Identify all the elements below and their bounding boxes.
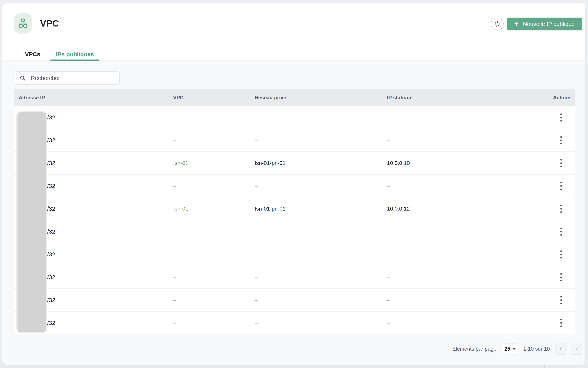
prev-page-button[interactable] (555, 343, 567, 355)
cell-vpc: – (173, 137, 255, 143)
cell-reseau-prive: – (255, 274, 387, 280)
vpc-product-icon (14, 13, 32, 34)
private-network-value: fsn-01-pn-01 (255, 206, 286, 212)
chevron-left-icon (559, 347, 563, 351)
cell-vpc: – (173, 297, 255, 303)
cell-vpc: – (173, 229, 255, 235)
vpc-value: – (173, 183, 176, 189)
redacted-ip-overlay (16, 111, 47, 333)
cell-reseau-prive: fsn-01-pn-01 (255, 206, 387, 212)
cell-ip-statique: – (387, 137, 547, 143)
cell-reseau-prive: – (255, 114, 387, 120)
table-header-row: Adresse IP VPC Réseau privé IP statique … (14, 89, 575, 106)
items-per-page-label: Eléments par page (452, 346, 497, 352)
kebab-menu-icon[interactable] (556, 156, 566, 170)
column-header-ip-statique: IP statique (387, 95, 547, 101)
table-row: /32 – – – (14, 220, 575, 243)
ip-mask: /32 (47, 297, 55, 303)
static-ip-value: – (387, 274, 390, 280)
cell-ip-statique: – (387, 114, 547, 120)
cell-vpc: – (173, 251, 255, 258)
kebab-menu-icon[interactable] (556, 111, 566, 124)
vpc-card: VPC + Nouvelle IP publique VPCs IPs publ… (2, 3, 585, 365)
kebab-menu-icon[interactable] (556, 225, 566, 239)
ip-mask: /32 (47, 137, 55, 143)
private-network-value: – (255, 274, 258, 280)
column-header-actions: Actions (553, 95, 575, 101)
kebab-menu-icon[interactable] (556, 133, 566, 147)
cell-reseau-prive: – (255, 251, 387, 258)
new-public-ip-button-label: Nouvelle IP publique (523, 21, 575, 27)
kebab-menu-icon[interactable] (556, 248, 566, 261)
kebab-menu-icon[interactable] (556, 202, 566, 216)
cell-ip-statique: – (387, 297, 547, 303)
table-row: /32 – – – (14, 175, 575, 197)
cell-vpc: – (173, 183, 255, 189)
vpc-value: – (173, 137, 176, 143)
chevron-right-icon (574, 347, 579, 351)
cell-ip-statique: – (387, 183, 547, 189)
cell-vpc: fsn-01 (173, 206, 255, 212)
cell-actions (547, 179, 575, 193)
new-public-ip-button[interactable]: + Nouvelle IP publique (507, 18, 582, 30)
cell-actions (547, 133, 575, 147)
static-ip-value: – (387, 137, 390, 143)
background-divider (480, 365, 480, 368)
vpc-value: – (173, 229, 176, 235)
cell-reseau-prive: – (255, 297, 387, 303)
table-row: /32 – – – (14, 266, 575, 289)
search-input[interactable] (30, 75, 116, 82)
private-network-value: – (255, 183, 258, 189)
pagination-range: 1-10 sur 10 (523, 346, 550, 352)
ip-mask: /32 (47, 160, 55, 166)
cell-actions (547, 202, 575, 216)
cell-reseau-prive: – (255, 137, 387, 143)
kebab-menu-icon[interactable] (556, 293, 566, 307)
kebab-menu-icon[interactable] (556, 179, 566, 193)
tab-vpcs[interactable]: VPCs (19, 48, 46, 61)
vpc-value: – (173, 297, 176, 303)
static-ip-value: – (387, 297, 390, 303)
ip-mask: /32 (47, 183, 55, 189)
background-divider (513, 365, 513, 368)
column-header-reseau-prive: Réseau privé (255, 95, 387, 101)
background-content-strip (0, 365, 588, 368)
cell-actions (547, 316, 575, 330)
kebab-menu-icon[interactable] (556, 316, 566, 330)
active-tab-underline (50, 60, 99, 61)
table-row: /32 fsn-01 fsn-01-pn-01 10.0.0.10 (14, 152, 575, 175)
refresh-button[interactable] (491, 18, 504, 30)
cell-reseau-prive: – (255, 320, 387, 326)
column-header-adresse-ip: Adresse IP (14, 95, 173, 101)
page-title: VPC (40, 18, 59, 29)
header-left: VPC (14, 13, 59, 34)
table-row: /32 – – – (14, 106, 575, 129)
ip-mask: /32 (47, 114, 55, 120)
tab-ips-publiques[interactable]: IPs publiques (50, 48, 99, 61)
private-network-value: – (255, 251, 258, 257)
refresh-icon (494, 20, 501, 28)
vpc-value[interactable]: fsn-01 (173, 160, 188, 166)
table-row: /32 – – – (14, 243, 575, 266)
tab-ips-publiques-label: IPs publiques (56, 51, 94, 58)
vpc-value[interactable]: fsn-01 (173, 206, 188, 212)
cell-vpc: – (173, 320, 255, 326)
table-row: /32 fsn-01 fsn-01-pn-01 10.0.0.12 (14, 197, 575, 220)
cell-ip-statique: – (387, 320, 547, 326)
page-size-select[interactable]: 25 (502, 343, 518, 354)
cell-ip-statique: – (387, 274, 547, 280)
vpc-value: – (173, 320, 176, 326)
static-ip-value: – (387, 320, 390, 326)
tab-bar: VPCs IPs publiques (19, 48, 99, 61)
header-actions: + Nouvelle IP publique (491, 18, 582, 30)
next-page-button[interactable] (571, 343, 582, 355)
cell-actions (547, 156, 575, 170)
cell-reseau-prive: – (255, 229, 387, 235)
plus-icon: + (514, 20, 519, 28)
table-row: /32 – – – (14, 289, 575, 312)
search-box (14, 71, 120, 85)
cell-reseau-prive: – (255, 183, 387, 189)
kebab-menu-icon[interactable] (556, 270, 566, 284)
private-network-value: – (255, 115, 258, 120)
search-icon (19, 75, 26, 81)
